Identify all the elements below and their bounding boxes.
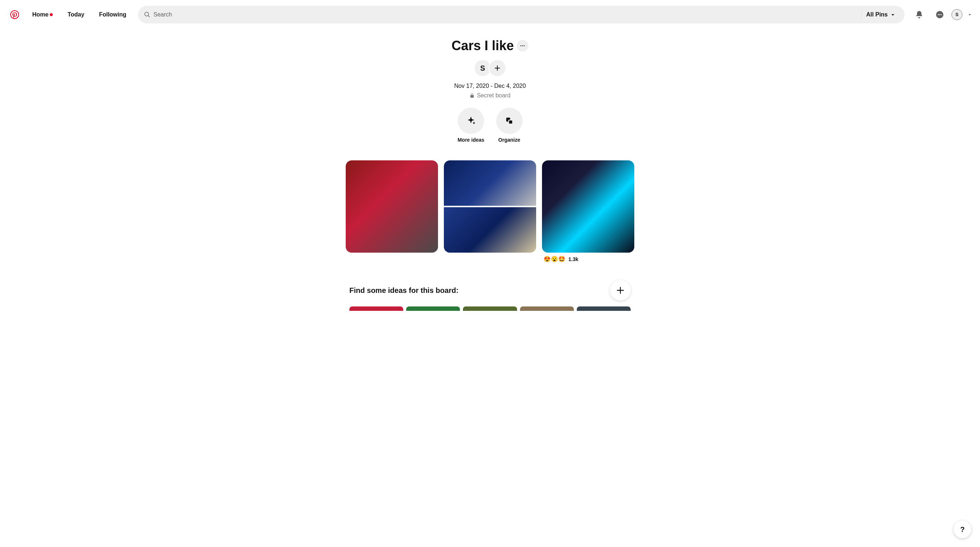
idea-thumb[interactable] — [349, 307, 403, 311]
more-ideas-button[interactable]: More ideas — [457, 108, 484, 143]
bell-icon — [915, 10, 924, 19]
idea-thumb[interactable] — [520, 307, 574, 311]
ideas-section: Find some ideas for this board: — [344, 280, 636, 311]
sparkle-icon — [466, 116, 476, 126]
reaction-count: 1.3k — [568, 256, 578, 262]
plus-icon — [615, 285, 625, 296]
chevron-down-icon — [967, 12, 972, 17]
board-title-row: Cars I like — [0, 38, 980, 54]
chat-icon — [935, 10, 944, 19]
idea-thumb[interactable] — [406, 307, 460, 311]
collaborators-row: S — [0, 59, 980, 77]
pin-item[interactable]: 😍😮🤩 1.3k — [542, 161, 634, 262]
board-date-range: Nov 17, 2020 - Dec 4, 2020 — [0, 83, 980, 89]
svg-point-2 — [938, 14, 939, 15]
organize-button[interactable]: Organize — [496, 108, 523, 143]
messages-button[interactable] — [931, 6, 948, 24]
board-header: Cars I like S Nov 17, 2020 - Dec 4, 2020… — [0, 29, 980, 149]
organize-circle — [496, 108, 523, 134]
pins-grid: 😍😮🤩 1.3k — [0, 161, 980, 262]
secret-board-row: Secret board — [0, 92, 980, 99]
idea-thumb[interactable] — [463, 307, 517, 311]
reaction-emojis: 😍😮🤩 — [544, 256, 565, 262]
search-divider — [861, 10, 862, 19]
ideas-thumbnails — [349, 307, 631, 311]
svg-point-6 — [522, 45, 523, 46]
svg-point-5 — [520, 45, 522, 46]
nav-home-label: Home — [32, 11, 48, 18]
nav-today[interactable]: Today — [62, 7, 90, 22]
search-filter-dropdown[interactable]: All Pins — [866, 11, 899, 18]
idea-thumb[interactable] — [577, 307, 631, 311]
search-icon — [144, 11, 151, 18]
account-menu-button[interactable] — [965, 10, 974, 19]
organize-label: Organize — [498, 137, 520, 143]
nav-following[interactable]: Following — [93, 7, 132, 22]
plus-icon — [493, 64, 502, 73]
svg-point-4 — [941, 14, 942, 15]
ideas-title: Find some ideas for this board: — [349, 286, 601, 295]
svg-point-7 — [524, 45, 525, 46]
organize-icon — [505, 116, 514, 126]
top-header: Home Today Following All Pins S — [0, 0, 980, 29]
add-collaborator-button[interactable] — [488, 59, 506, 77]
user-avatar[interactable]: S — [951, 9, 963, 20]
pinterest-icon — [10, 10, 19, 19]
search-input[interactable] — [153, 11, 857, 18]
ideas-header-row: Find some ideas for this board: — [349, 280, 631, 301]
more-ideas-circle — [458, 108, 484, 134]
notification-dot — [50, 13, 53, 16]
board-more-button[interactable] — [517, 40, 528, 52]
svg-point-3 — [939, 14, 940, 15]
lock-icon — [469, 93, 475, 98]
chevron-down-icon — [890, 12, 896, 17]
notifications-button[interactable] — [910, 6, 928, 24]
search-filter-label: All Pins — [866, 11, 888, 18]
board-title: Cars I like — [452, 38, 514, 54]
nav-home[interactable]: Home — [26, 7, 59, 22]
pin-image — [346, 161, 438, 253]
pin-item[interactable] — [444, 161, 536, 262]
secret-board-label: Secret board — [477, 92, 511, 99]
add-idea-button[interactable] — [610, 280, 631, 301]
search-container: All Pins — [138, 6, 905, 24]
pinterest-logo[interactable] — [6, 6, 24, 24]
board-actions: More ideas Organize — [0, 108, 980, 143]
pin-image — [444, 161, 536, 253]
pin-item[interactable] — [346, 161, 438, 262]
pin-image — [542, 161, 634, 253]
more-ideas-label: More ideas — [457, 137, 484, 143]
ellipsis-icon — [520, 43, 525, 49]
svg-rect-9 — [508, 120, 512, 124]
pin-reactions: 😍😮🤩 1.3k — [542, 256, 634, 262]
